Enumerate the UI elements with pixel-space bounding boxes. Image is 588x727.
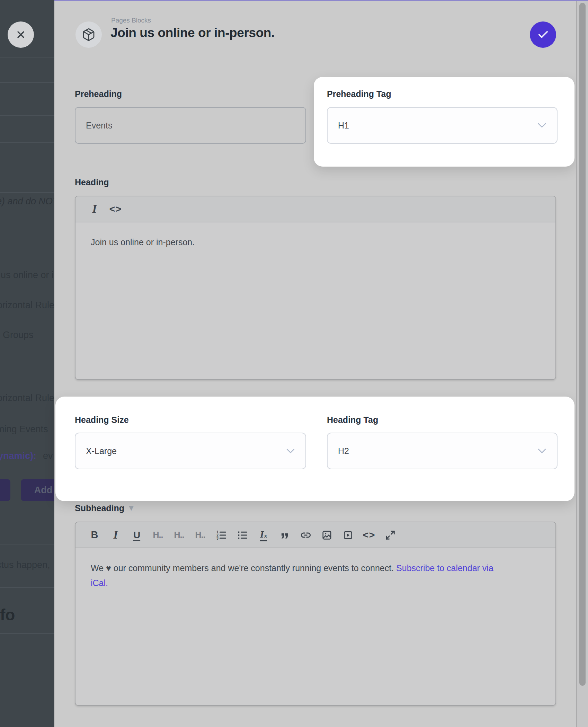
- page-title: Join us online or in-person.: [110, 26, 275, 40]
- bold-icon[interactable]: B: [89, 528, 100, 542]
- screen: Add e) and do NOTus online or iorizontal…: [0, 0, 588, 727]
- heading-tag-label: Heading Tag: [327, 416, 378, 424]
- heading-size-tag-card: Heading Size X-Large Heading Tag H2: [55, 397, 574, 501]
- svg-text:3: 3: [216, 536, 219, 540]
- close-icon: [15, 29, 26, 40]
- heading-tag-value: H2: [338, 446, 349, 456]
- background-divider: [0, 192, 54, 193]
- background-text-fragment: ynamic):: [0, 451, 36, 461]
- heading1-icon[interactable]: H..: [152, 528, 164, 542]
- triangle-down-icon[interactable]: ▾: [129, 503, 133, 512]
- background-divider: [0, 82, 54, 83]
- background-text-fragment: e) and do NOT: [0, 197, 54, 206]
- italic-icon[interactable]: I: [110, 528, 122, 542]
- background-text-fragment: ev: [43, 451, 53, 461]
- heading3-icon[interactable]: H..: [194, 528, 206, 542]
- italic-icon[interactable]: I: [89, 202, 100, 216]
- preheading-label: Preheading: [75, 90, 122, 98]
- link-icon[interactable]: [300, 528, 312, 542]
- chevron-down-icon: [286, 448, 295, 454]
- preheading-tag-select[interactable]: H1: [327, 107, 558, 144]
- background-text-fragment: orizontal Rule: [0, 393, 54, 403]
- subheading-label: Subheading: [75, 503, 124, 513]
- background-divider: [0, 633, 54, 634]
- heading-label: Heading: [75, 178, 109, 187]
- preheading-input[interactable]: [75, 107, 306, 144]
- background-sidebar: Add e) and do NOTus online or iorizontal…: [0, 0, 54, 727]
- background-divider: [0, 587, 54, 588]
- scrollbar-thumb[interactable]: [579, 3, 586, 686]
- background-text-fragment: fo: [0, 607, 15, 623]
- heading-size-select[interactable]: X-Large: [75, 433, 306, 469]
- preheading-tag-card: Preheading Tag H1: [314, 77, 574, 167]
- background-divider: [0, 57, 54, 58]
- background-text-fragment: orizontal Rule: [0, 301, 54, 310]
- background-add-button: Add: [21, 479, 54, 501]
- add-button-label: Add: [21, 479, 54, 501]
- background-divider: [0, 544, 54, 544]
- underline-icon[interactable]: U: [131, 528, 143, 542]
- confirm-button[interactable]: [530, 21, 556, 48]
- blockquote-icon[interactable]: ”: [279, 524, 291, 547]
- heading-editor-toolbar: I <>: [75, 196, 555, 222]
- chevron-down-icon: [537, 123, 546, 128]
- subheading-editor[interactable]: B I U H.. H.. H.. 1 2 3: [75, 522, 556, 706]
- heading-editor[interactable]: I <> Join us online or in-person.: [75, 196, 556, 380]
- pages-blocks-modal: Pages Blocks Join us online or in-person…: [54, 0, 577, 727]
- background-divider: [0, 142, 54, 143]
- heading-size-label: Heading Size: [75, 416, 129, 424]
- background-divider: [0, 115, 54, 116]
- heading2-icon[interactable]: H..: [173, 528, 185, 542]
- fullscreen-icon[interactable]: [384, 528, 396, 542]
- chevron-down-icon: [537, 448, 546, 454]
- background-button-left: [0, 479, 10, 501]
- scrollbar-track[interactable]: [576, 0, 588, 727]
- subheading-text: We ♥ our community members and we're con…: [91, 563, 396, 573]
- panel-top-accent: [54, 0, 588, 1]
- heading-editor-content[interactable]: Join us online or in-person.: [75, 222, 555, 262]
- bullet-list-icon[interactable]: [237, 528, 248, 542]
- background-text-fragment: us online or i: [1, 271, 54, 280]
- image-icon[interactable]: [321, 528, 333, 542]
- heading-tag-select[interactable]: H2: [327, 433, 558, 469]
- breadcrumb-eyebrow: Pages Blocks: [111, 17, 151, 24]
- background-text-fragment: Groups: [3, 330, 34, 340]
- heading-size-value: X-Large: [86, 446, 117, 456]
- ordered-list-icon[interactable]: 1 2 3: [215, 528, 227, 542]
- background-text-fragment: ctus happen,: [0, 560, 50, 570]
- block-icon-badge: [75, 21, 102, 48]
- video-icon[interactable]: [342, 528, 354, 542]
- package-icon: [82, 28, 96, 42]
- background-text-fragment: ming Events: [0, 425, 48, 434]
- close-button[interactable]: [8, 21, 34, 48]
- subheading-label-row: Subheading▾: [75, 504, 133, 513]
- preheading-tag-label: Preheading Tag: [327, 90, 391, 98]
- preheading-tag-value: H1: [338, 121, 349, 131]
- check-icon: [537, 28, 549, 41]
- code-icon[interactable]: <>: [363, 528, 375, 542]
- clear-formatting-icon[interactable]: Ix: [258, 528, 269, 542]
- subheading-editor-toolbar: B I U H.. H.. H.. 1 2 3: [75, 522, 555, 548]
- code-icon[interactable]: <>: [110, 202, 122, 216]
- subheading-editor-content[interactable]: We ♥ our community members and we're con…: [75, 548, 525, 603]
